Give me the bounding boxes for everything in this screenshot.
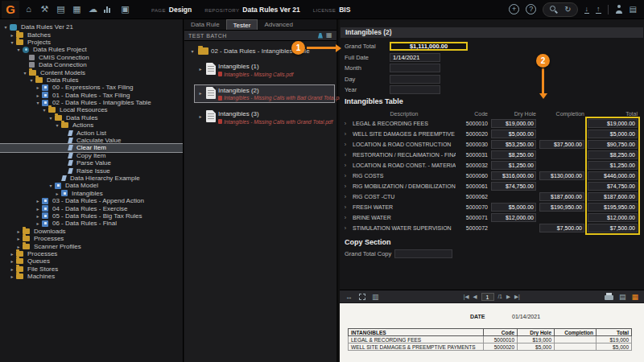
table-row[interactable]: ›STIMULATION WATER SUPERVISION5000072$7,… xyxy=(341,223,639,233)
expand-icon[interactable]: ▸ xyxy=(35,206,41,212)
tools-icon[interactable]: ⚒ xyxy=(39,4,50,14)
tree-item-data-hierarchy-example[interactable]: Data Hierarchy Example xyxy=(0,175,183,182)
collapse-icon[interactable]: ▾ xyxy=(35,100,41,105)
tree-item-raise-issue[interactable]: Raise Issue xyxy=(0,167,183,174)
expand-icon[interactable]: ▸ xyxy=(197,66,204,72)
stack-icon[interactable]: ▦ xyxy=(72,4,82,14)
cell-dry-hole-value[interactable]: $8,250.00 xyxy=(491,150,536,159)
cell-total-value[interactable]: $446,000.00 xyxy=(588,171,638,180)
tab-tester[interactable]: Tester xyxy=(226,19,258,30)
help-icon[interactable]: ? xyxy=(526,4,536,14)
tree-item-projects[interactable]: ▾Projects xyxy=(0,39,183,46)
grid-icon[interactable]: ▦ xyxy=(326,32,332,39)
document-item-intangibles-3[interactable]: ▸Intangibles (3)Intangibles - Missing Ca… xyxy=(195,109,334,126)
cell-dry-hole-value[interactable]: $74,750.00 xyxy=(491,182,536,191)
first-page-button[interactable]: |◀ xyxy=(464,294,469,300)
field-input-day[interactable] xyxy=(390,75,440,84)
search-icon[interactable] xyxy=(549,5,558,14)
tree-item-data-rules[interactable]: ▾Data Rules xyxy=(0,76,183,84)
collapse-icon[interactable]: ▾ xyxy=(15,47,22,52)
cell-completion-value[interactable]: $187,600.00 xyxy=(539,192,584,201)
tree-item-data-rules[interactable]: ▾Data Rules xyxy=(0,114,183,121)
viewer-settings-icon[interactable]: ▦ xyxy=(631,293,638,301)
tree-item-calculate-value[interactable]: Calculate Value xyxy=(0,137,183,144)
thumbnails-icon[interactable]: ▥ xyxy=(372,293,379,301)
cell-completion-value[interactable]: $130,000.00 xyxy=(539,171,584,180)
table-row[interactable]: ›FRESH WATER5000070$5,000.00$190,950.00$… xyxy=(341,202,639,212)
cell-dry-hole-value[interactable]: $1,250.00 xyxy=(491,161,536,170)
tree-item-scanner-profiles[interactable]: ▸Scanner Profiles xyxy=(0,242,183,249)
cell-total-value[interactable]: $90,750.00 xyxy=(588,140,638,149)
tree-item-data-model[interactable]: ▾Data Model xyxy=(0,182,183,189)
tree-item-data-rules-project[interactable]: ▾Data Rules Project xyxy=(0,46,183,53)
expand-icon[interactable]: ▸ xyxy=(35,93,41,98)
expand-icon[interactable]: ▸ xyxy=(54,191,60,196)
copy-field-input[interactable] xyxy=(394,249,452,258)
last-page-button[interactable]: ▶| xyxy=(514,294,520,300)
add-icon[interactable]: + xyxy=(509,4,519,14)
table-row[interactable]: ›RESTORATION / RECLAIMATION - FINAL50000… xyxy=(341,150,639,160)
cell-total-value[interactable]: $19,000.00 xyxy=(588,119,638,128)
table-row[interactable]: ›LOCATION & ROAD CONST. - MATERIALS50000… xyxy=(341,160,639,171)
cell-completion-value[interactable]: $7,500.00 xyxy=(539,224,584,232)
page-input[interactable]: 1 xyxy=(481,293,494,301)
home-icon[interactable]: ⌂ xyxy=(23,4,34,14)
tree-item-downloads[interactable]: ▸Downloads xyxy=(0,228,183,235)
journal-icon[interactable]: ▤ xyxy=(630,5,637,14)
cloud-icon[interactable]: ☁ xyxy=(88,4,98,14)
expand-icon[interactable]: ▸ xyxy=(9,251,15,257)
tree-item-copy-item[interactable]: Copy Item xyxy=(0,152,183,159)
refresh-icon[interactable]: ↻ xyxy=(564,5,571,14)
print-icon[interactable] xyxy=(605,295,613,300)
calendar-icon[interactable]: ▣ xyxy=(120,4,130,14)
tree-item-local-resources[interactable]: ▾Local Resources xyxy=(0,106,183,113)
tree-item-batches[interactable]: ▸Batches xyxy=(0,31,183,38)
tree-item-machines[interactable]: ▸Machines xyxy=(0,273,183,280)
batches-icon[interactable]: ▤ xyxy=(56,4,66,14)
flask-icon[interactable] xyxy=(318,33,323,39)
next-page-button[interactable]: ▶ xyxy=(506,294,510,300)
expand-icon[interactable]: ▸ xyxy=(15,244,22,249)
field-input-full-date[interactable]: 1/14/2021 xyxy=(390,53,440,62)
expand-icon[interactable]: ▸ xyxy=(9,266,15,272)
select-region-icon[interactable] xyxy=(359,294,365,300)
expand-icon[interactable]: ▸ xyxy=(15,236,22,241)
tree-item-data-connection[interactable]: Data Connection xyxy=(0,61,183,68)
tab-advanced[interactable]: Advanced xyxy=(258,19,299,30)
tree-item-02-data-rules-intangibles-table[interactable]: ▾02 - Data Rules - Intangibles Table xyxy=(0,99,183,106)
tree-item-processes[interactable]: ▸Processes xyxy=(0,235,183,242)
field-input-year[interactable] xyxy=(390,85,440,94)
cell-total-value[interactable]: $8,250.00 xyxy=(588,150,638,159)
export-icon[interactable]: ▤ xyxy=(619,293,626,301)
document-item-intangibles-2[interactable]: ▸Intangibles (2)Intangibles - Missing Ca… xyxy=(195,85,334,103)
tree-item-00-expressions-tax-filing[interactable]: ▸00 - Expressions - Tax Filing xyxy=(0,84,183,91)
table-row[interactable]: ›RIG MOBILIZATION / DEMOBILIZATION500006… xyxy=(341,181,639,191)
cell-total-value[interactable]: $187,600.00 xyxy=(588,192,638,201)
tree-item-06-data-rules-final[interactable]: ▸06 - Data Rules - Final xyxy=(0,220,183,227)
collapse-icon[interactable]: ▾ xyxy=(22,70,28,76)
cell-total-value[interactable]: $1,250.00 xyxy=(588,161,638,170)
tree-item-05-data-rules-big-tax-rules[interactable]: ▸05 - Data Rules - Big Tax Rules xyxy=(0,212,183,220)
collapse-icon[interactable]: ▾ xyxy=(54,122,60,128)
field-input-month[interactable] xyxy=(390,64,440,72)
tree-item-03-data-rules-append-action[interactable]: ▸03 - Data Rules - Append Action xyxy=(0,197,183,204)
tree-item-file-stores[interactable]: ▸File Stores xyxy=(0,265,183,273)
table-row[interactable]: ›WELL SITE DAMAGES & PREEMPTIVE PAY50000… xyxy=(341,129,639,139)
cell-dry-hole-value[interactable]: $12,000.00 xyxy=(491,213,536,222)
download-icon[interactable]: ↓ xyxy=(584,6,590,14)
collapse-icon[interactable]: ▾ xyxy=(47,115,54,121)
user-icon[interactable] xyxy=(615,5,623,14)
collapse-icon[interactable]: ▾ xyxy=(41,107,47,113)
cell-total-value[interactable]: $195,950.00 xyxy=(588,203,638,212)
collapse-icon[interactable]: ▾ xyxy=(2,24,9,30)
document-preview[interactable]: DATE 01/14/2021 INTANGIBLESCodeDry HoleC… xyxy=(340,303,644,362)
expand-icon[interactable]: ▸ xyxy=(9,274,15,279)
tree-item-processes[interactable]: ▸Processes xyxy=(0,250,183,257)
app-logo[interactable]: G xyxy=(2,1,19,19)
tree-item-parse-value[interactable]: Parse Value xyxy=(0,159,183,167)
tree-item-04-data-rules-exercise[interactable]: ▸04 - Data Rules - Exercise xyxy=(0,204,183,212)
prev-page-button[interactable]: ◀ xyxy=(473,294,477,300)
cell-dry-hole-value[interactable]: $316,000.00 xyxy=(491,171,536,180)
table-row[interactable]: ›RIG COST -CTU5000062$187,600.00$187,600… xyxy=(341,191,639,202)
document-item-intangibles-1[interactable]: ▸Intangibles (1)Intangibles - Missing Ca… xyxy=(195,61,334,79)
